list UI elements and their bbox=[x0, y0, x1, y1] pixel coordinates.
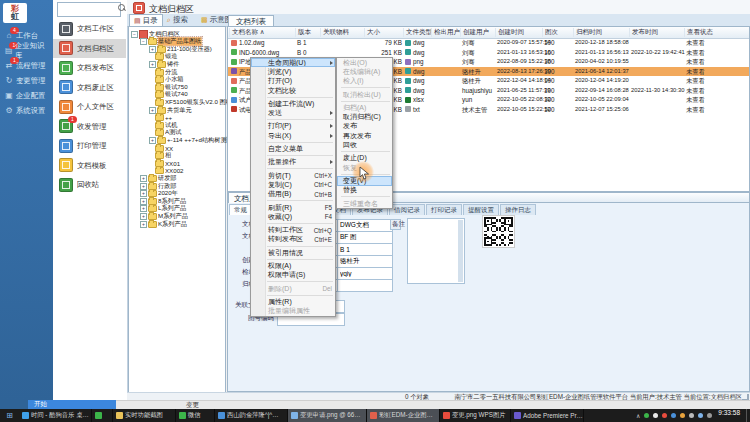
taskbar-item-3[interactable]: 实时功能截图 bbox=[113, 409, 176, 422]
sidebar-item-4[interactable]: ↻变更管理 bbox=[0, 73, 53, 88]
tray-icon-6[interactable] bbox=[689, 413, 694, 418]
menu-item-转到发布区[interactable]: 转到发布区Ctrl+E bbox=[251, 235, 335, 244]
sidebar-item-6[interactable]: ⚙系统设置 bbox=[0, 103, 53, 118]
menu-item-导出[interactable]: 导出(X) bbox=[251, 131, 335, 140]
menu-item-文档比较[interactable]: 文档比较 bbox=[251, 86, 335, 95]
tree-expand-toggle[interactable]: + bbox=[149, 46, 156, 53]
show-desktop-button[interactable] bbox=[746, 409, 750, 422]
module-item-2[interactable]: 文档归档区 bbox=[53, 39, 126, 58]
menu-item-收藏[interactable]: 收藏(Q)F4 bbox=[251, 212, 335, 221]
menu-item-转到工作区[interactable]: 转到工作区Ctrl+Q bbox=[251, 225, 335, 234]
tree-expand-toggle[interactable]: + bbox=[140, 198, 147, 205]
column-header-material[interactable]: 关联物料 bbox=[320, 28, 365, 37]
start-button[interactable]: 开始 bbox=[28, 400, 116, 409]
table-row[interactable]: IND-6000.dwgB 0251 KBdwg刘骞2021-01-13 16:… bbox=[228, 48, 749, 58]
menu-item-复制[interactable]: 复制(C)Ctrl+C bbox=[251, 180, 335, 189]
menu-item-浏览[interactable]: 浏览(V) bbox=[251, 67, 335, 76]
column-header-batch[interactable]: 图次 bbox=[542, 28, 565, 37]
tree-expand-toggle[interactable]: + bbox=[140, 213, 147, 220]
menu-item-刷新[interactable]: 刷新(R)F5 bbox=[251, 203, 335, 212]
column-header-ver[interactable]: 版本 bbox=[295, 28, 322, 37]
module-item-7[interactable]: 打印管理 bbox=[53, 136, 126, 155]
prop-tab-3[interactable]: 借阅记录 bbox=[389, 204, 425, 215]
column-header-name[interactable]: 文档名称 ∧ bbox=[229, 28, 296, 37]
tree-node[interactable]: +K系列产品 bbox=[140, 220, 188, 228]
tree-expand-toggle[interactable]: + bbox=[140, 183, 147, 190]
menu-item-批量操作[interactable]: 批量操作 bbox=[251, 158, 335, 167]
tray-icon-3[interactable] bbox=[662, 413, 667, 418]
taskbar-item-4[interactable]: 微信 bbox=[176, 409, 215, 422]
menu-item-自定义菜单[interactable]: 自定义菜单 bbox=[251, 144, 335, 153]
submenu-item-取消归档[interactable]: 取消归档(C) bbox=[337, 112, 392, 121]
tree-expand-toggle[interactable]: + bbox=[140, 175, 147, 182]
tree-expand-toggle[interactable]: − bbox=[131, 31, 138, 38]
tab-general[interactable]: 常规 bbox=[229, 204, 252, 215]
submenu-item-替换[interactable]: 替换 bbox=[337, 186, 392, 195]
submenu-item-发布[interactable]: 发布 bbox=[337, 122, 392, 131]
tree-expand-toggle[interactable]: + bbox=[140, 205, 147, 212]
note-scrollbar[interactable] bbox=[458, 220, 463, 282]
column-header-creator[interactable]: 创建用户 bbox=[460, 28, 497, 37]
column-header-checkout[interactable]: 检出用户 bbox=[431, 28, 462, 37]
column-header-archived[interactable]: 归档时间 bbox=[573, 28, 631, 37]
menu-item-被引用情况[interactable]: 被引用情况 bbox=[251, 248, 335, 257]
tray-icon-2[interactable] bbox=[653, 413, 658, 418]
view-tab-2[interactable]: ⌕搜索 bbox=[163, 14, 192, 25]
taskbar-item-7[interactable]: 彩虹EDM-企业图… bbox=[367, 409, 440, 422]
tray-icon-7[interactable] bbox=[698, 413, 703, 418]
module-item-1[interactable]: 文档工作区 bbox=[53, 19, 126, 38]
prop-tab-4[interactable]: 打印记录 bbox=[426, 204, 462, 215]
sidebar-item-3[interactable]: ⇄1流程管理 bbox=[0, 58, 53, 73]
search-icon[interactable] bbox=[117, 3, 126, 12]
prop-right-field-6[interactable] bbox=[337, 279, 393, 292]
view-tab-1[interactable]: ▤目录 bbox=[129, 14, 163, 26]
tree-expand-toggle[interactable]: + bbox=[140, 190, 147, 197]
tree-expand-toggle[interactable]: + bbox=[149, 107, 156, 114]
menu-item-借用[interactable]: 借用(B)Ctrl+B bbox=[251, 190, 335, 199]
menu-item-打印[interactable]: 打印(P) bbox=[251, 122, 335, 131]
menu-item-剪切[interactable]: 剪切(T)Ctrl+X bbox=[251, 171, 335, 180]
tray-icon-4[interactable] bbox=[671, 413, 676, 418]
menu-item-创建工作流[interactable]: 创建工作流(W) bbox=[251, 99, 335, 108]
column-header-type[interactable]: 文件类型 bbox=[403, 28, 433, 37]
tree-expand-toggle[interactable]: + bbox=[140, 221, 147, 228]
prop-tab-5[interactable]: 提醒设置 bbox=[463, 204, 499, 215]
menu-item-属性[interactable]: 属性(R) bbox=[251, 297, 335, 306]
menu-item-发送[interactable]: 发送 bbox=[251, 108, 335, 117]
tree-expand-toggle[interactable]: + bbox=[149, 61, 156, 68]
taskbar-item-9[interactable]: Adobe Premiere Pr… bbox=[511, 409, 584, 422]
tree-expand-toggle[interactable]: + bbox=[149, 137, 156, 144]
module-item-6[interactable]: 1收发管理 bbox=[53, 117, 126, 136]
taskbar-item-1[interactable]: 时间 - 酷狗音乐 桌… bbox=[19, 409, 92, 422]
prop-tab-6[interactable]: 操作日志 bbox=[500, 204, 536, 215]
module-search-input[interactable] bbox=[57, 2, 121, 17]
column-header-created[interactable]: 创建时间 bbox=[495, 28, 544, 37]
taskbar-item-8[interactable]: 变更.png WPS图片 bbox=[440, 409, 511, 422]
windows-start-icon[interactable]: ⊞ bbox=[0, 409, 19, 422]
column-header-published[interactable]: 发布时间 bbox=[629, 28, 686, 37]
module-item-3[interactable]: 文档发布区 bbox=[53, 58, 126, 77]
sidebar-item-5[interactable]: ▣企业配置 bbox=[0, 88, 53, 103]
module-item-4[interactable]: 文档废止区 bbox=[53, 78, 126, 97]
taskbar-item-2[interactable] bbox=[92, 409, 113, 422]
tray-icon-8[interactable] bbox=[707, 413, 712, 418]
menu-item-权限申请[interactable]: 权限申请(S) bbox=[251, 271, 335, 280]
tray-icon-5[interactable] bbox=[680, 413, 685, 418]
module-item-8[interactable]: 文档模板 bbox=[53, 156, 126, 175]
tray-icon-1[interactable] bbox=[644, 413, 649, 418]
column-header-size[interactable]: 大小 bbox=[364, 28, 403, 37]
tree-expand-toggle[interactable]: − bbox=[140, 38, 147, 45]
column-header-status[interactable]: 查看状态 bbox=[684, 28, 747, 37]
module-item-9[interactable]: 回收站 bbox=[53, 175, 126, 194]
table-row[interactable]: 1.02.dwgB 179 KBdwg刘骞2020-09-07 15:57:54… bbox=[228, 38, 749, 48]
module-item-5[interactable]: 个人文件区 bbox=[53, 97, 126, 116]
menu-item-权限[interactable]: 权限(A) bbox=[251, 261, 335, 270]
menu-item-生命周期[interactable]: 生命周期(U) bbox=[251, 58, 335, 67]
taskbar-item-5[interactable]: 西山韵金萍隆^|^… bbox=[215, 409, 288, 422]
submenu-item-再次发布[interactable]: 再次发布 bbox=[337, 131, 392, 140]
sidebar-item-2[interactable]: ▤1企业知识库 bbox=[0, 43, 53, 58]
menu-item-打开[interactable]: 打开(O) bbox=[251, 77, 335, 86]
note-textarea[interactable] bbox=[407, 218, 465, 284]
submenu-item-回收[interactable]: 回收 bbox=[337, 140, 392, 149]
taskbar-item-6[interactable]: 变更申请.png @ 66… bbox=[288, 409, 367, 422]
